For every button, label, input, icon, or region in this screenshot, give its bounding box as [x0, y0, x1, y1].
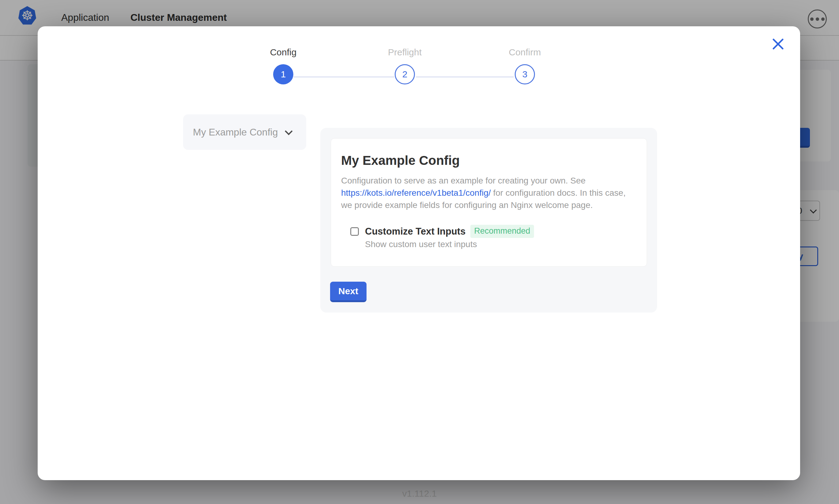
step-config-circle: 1: [273, 64, 293, 85]
step-confirm-circle: 3: [515, 64, 535, 85]
config-docs-link[interactable]: https://kots.io/reference/v1beta1/config…: [341, 188, 491, 198]
customize-text-inputs-label[interactable]: Customize Text Inputs: [365, 226, 465, 237]
next-button[interactable]: Next: [330, 282, 366, 302]
step-config: Config 1: [237, 47, 329, 85]
description-text-1: Configuration to serve as an example for…: [341, 176, 585, 185]
checkbox-help-text: Show custom user text inputs: [365, 239, 477, 249]
config-group-description: Configuration to serve as an example for…: [341, 175, 647, 211]
customize-text-inputs-checkbox[interactable]: [350, 227, 359, 236]
step-config-label: Config: [237, 47, 329, 57]
step-preflight: Preflight 2: [359, 47, 451, 85]
config-group-dropdown[interactable]: My Example Config: [183, 114, 306, 150]
step-confirm: Confirm 3: [479, 47, 571, 85]
close-icon[interactable]: [770, 35, 787, 53]
config-group-card: My Example Config Configuration to serve…: [331, 138, 647, 267]
step-preflight-label: Preflight: [359, 47, 451, 57]
config-wizard-modal: Config 1 Preflight 2 Confirm 3 My Exampl…: [38, 26, 800, 480]
config-panel: My Example Config Configuration to serve…: [320, 128, 657, 312]
page: ☸ Application Cluster Management 0 y v1.…: [0, 0, 839, 504]
step-confirm-label: Confirm: [479, 47, 571, 57]
customize-text-inputs-row: Customize Text Inputs Recommended: [350, 225, 534, 238]
description-text-2: for configuration docs. In this case,: [491, 188, 626, 198]
config-group-dropdown-label: My Example Config: [193, 127, 278, 138]
recommended-badge: Recommended: [470, 225, 534, 238]
description-text-3: we provide example fields for configurin…: [341, 200, 593, 210]
config-group-title: My Example Config: [341, 153, 460, 168]
step-preflight-circle: 2: [395, 64, 415, 85]
chevron-down-icon: [285, 127, 293, 135]
